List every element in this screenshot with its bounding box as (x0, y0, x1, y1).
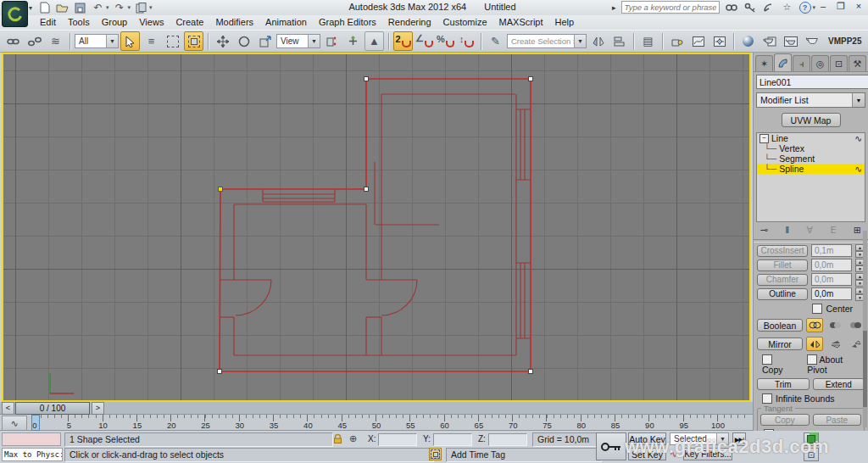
menu-help[interactable]: Help (549, 16, 581, 29)
selection-filter-dropdown[interactable]: All▼ (75, 34, 119, 48)
menu-graph-editors[interactable]: Graph Editors (313, 16, 382, 29)
pin-stack-icon[interactable]: ⊸ (760, 225, 768, 236)
menu-create[interactable]: Create (170, 16, 209, 29)
key-filters-button[interactable]: Key Filters... (683, 448, 732, 460)
select-by-name-icon[interactable]: ≡ (142, 31, 161, 51)
application-menu-button[interactable] (2, 1, 28, 27)
layer-manager-icon[interactable]: ▤ (638, 31, 658, 51)
render-setup-icon[interactable] (760, 31, 779, 51)
application-menu-caret-icon[interactable]: ▾ (29, 4, 32, 12)
rectangular-selection-region-icon[interactable] (163, 31, 182, 51)
infocenter-collapse-icon[interactable]: ▸ (612, 3, 616, 12)
snaps-toggle-2d-button[interactable]: 2 (393, 31, 413, 51)
undo-dropdown-icon[interactable]: ▾ (106, 4, 109, 11)
spline-vertex[interactable] (364, 187, 369, 192)
mini-curve-editor-icon[interactable]: ∿ (2, 416, 27, 431)
center-checkbox[interactable] (812, 304, 822, 314)
set-keys-button[interactable] (596, 432, 626, 460)
stack-item-line[interactable]: −Line∿ (757, 133, 865, 143)
project-folder-icon[interactable] (134, 2, 148, 14)
modifier-list-dropdown[interactable]: Modifier List▼ (756, 92, 865, 108)
about-pivot-checkbox[interactable] (807, 354, 817, 365)
open-file-icon[interactable] (55, 2, 70, 14)
window-crossing-toggle[interactable] (184, 31, 203, 51)
make-unique-icon[interactable]: ∀ (807, 225, 814, 236)
menu-edit[interactable]: Edit (34, 16, 62, 29)
tab-create-icon[interactable]: ✶ (755, 55, 773, 71)
mirror-vertical-icon[interactable] (826, 337, 843, 351)
x-coord-field[interactable] (378, 433, 417, 446)
use-pivot-point-center-icon[interactable] (322, 31, 342, 51)
reference-coordinate-dropdown[interactable]: View▼ (276, 34, 320, 48)
boolean-subtract-icon[interactable] (826, 318, 843, 332)
viewport-top[interactable] (2, 53, 751, 402)
bind-to-space-warp-icon[interactable]: ≋ (46, 31, 65, 51)
spline-first-vertex[interactable] (219, 187, 223, 192)
y-coord-field[interactable] (433, 433, 472, 446)
unlink-selection-icon[interactable] (25, 31, 44, 51)
menu-rendering[interactable]: Rendering (382, 16, 437, 29)
time-slider-handle[interactable]: 0 / 100 (15, 402, 90, 415)
schematic-view-icon[interactable] (709, 31, 729, 51)
crossinsert-button[interactable]: CrossInsert (757, 245, 808, 257)
subscription-key-icon[interactable] (743, 2, 757, 14)
go-to-end-icon[interactable]: ▶▶| (732, 432, 746, 446)
scrollbar-thumb[interactable] (863, 331, 867, 407)
mirror-icon[interactable] (588, 31, 608, 51)
stack-item-segment[interactable]: └─Segment (757, 153, 865, 164)
help-dropdown-icon[interactable]: ▾ (813, 4, 816, 11)
track-bar[interactable]: ∿ 05101520253035404550556065707580859095… (0, 415, 753, 431)
favorites-star-icon[interactable]: ☆ (781, 2, 794, 14)
track-bar-ruler[interactable]: 0510152025303540455055606570758085909510… (29, 415, 749, 431)
zoom-extents-all-icon[interactable] (804, 432, 819, 446)
select-and-scale-icon[interactable] (255, 31, 275, 51)
tab-modify-icon[interactable] (774, 53, 792, 71)
tab-display-icon[interactable]: ⊡ (830, 55, 848, 71)
rendered-frame-window-icon[interactable] (781, 31, 800, 51)
z-coord-field[interactable] (488, 433, 527, 446)
outline-button[interactable]: Outline (757, 288, 808, 300)
help-button[interactable]: ? ▾ (799, 2, 816, 14)
minimize-button[interactable]: – (817, 1, 829, 12)
boolean-button[interactable]: Boolean (757, 319, 803, 332)
show-end-result-icon[interactable]: ‖ (786, 225, 790, 236)
remove-modifier-icon[interactable]: ⴹ (830, 225, 836, 236)
chamfer-button[interactable]: Chamfer (757, 274, 808, 286)
mirror-horizontal-icon[interactable] (806, 337, 823, 351)
project-dropdown-icon[interactable]: ▾ (149, 4, 153, 11)
expander-icon[interactable]: − (760, 134, 769, 143)
fillet-value-field[interactable]: 0,0m (811, 259, 852, 271)
graphite-ribbon-toggle-icon[interactable] (667, 31, 687, 51)
align-icon[interactable] (609, 31, 629, 51)
menu-views[interactable]: Views (133, 16, 170, 29)
maxscript-mini-listener[interactable]: Max to Physc: (2, 448, 63, 461)
fillet-button[interactable]: Fillet (757, 259, 808, 271)
maximize-viewport-toggle-icon[interactable]: ⊡ (804, 448, 819, 461)
close-button[interactable]: × (853, 1, 865, 12)
restore-button[interactable]: ❐ (835, 1, 847, 12)
add-time-tag[interactable]: Add Time Tag (446, 448, 602, 462)
next-frame-button[interactable]: > (92, 402, 104, 415)
keyboard-shortcut-override-icon[interactable]: ▲ (364, 31, 384, 51)
command-panel-scrollbar[interactable] (863, 231, 867, 427)
menu-customize[interactable]: Customize (437, 16, 493, 29)
trim-button[interactable]: Trim (757, 378, 810, 390)
search-binoculars-icon[interactable] (725, 2, 738, 14)
menu-tools[interactable]: Tools (62, 16, 96, 29)
key-mode-dropdown[interactable]: Selected▼ (670, 432, 729, 445)
set-key-button[interactable]: Set Key (628, 448, 666, 460)
menu-group[interactable]: Group (96, 16, 134, 29)
save-file-icon[interactable] (73, 2, 87, 14)
select-object-button[interactable] (120, 31, 140, 51)
tab-motion-icon[interactable]: ◎ (811, 55, 829, 71)
boolean-intersect-icon[interactable] (848, 318, 865, 332)
uvw-map-button[interactable]: UVW Map (782, 113, 841, 127)
auto-key-button[interactable]: Auto Key (628, 432, 666, 445)
offset-mode-toggle[interactable] (429, 448, 442, 460)
extend-button[interactable]: Extend (813, 378, 865, 390)
curve-editor-icon[interactable] (688, 31, 708, 51)
select-and-move-icon[interactable] (213, 31, 232, 51)
select-and-link-icon[interactable] (3, 31, 23, 51)
spinner-snap-toggle-icon[interactable]: ↕ (457, 31, 476, 51)
tangent-copy-button[interactable]: Copy (760, 414, 810, 426)
